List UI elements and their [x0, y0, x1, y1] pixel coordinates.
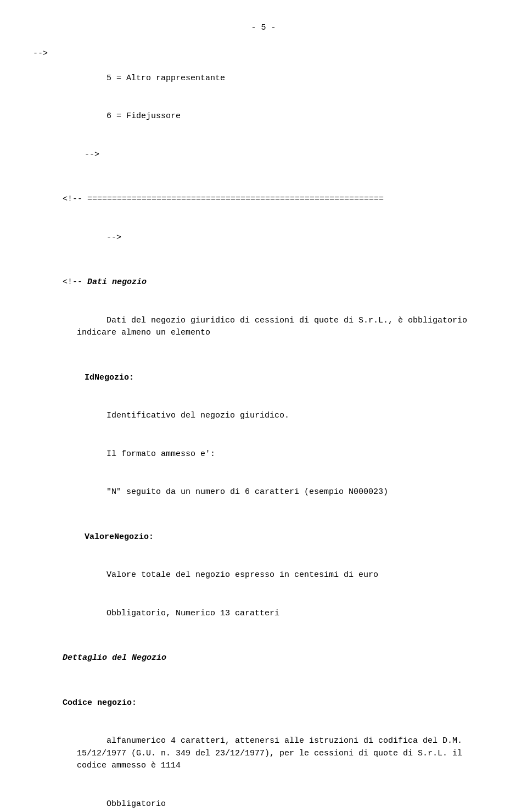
line-codice-desc: alfanumerico 4 caratteri, attenersi alle… [77, 723, 494, 785]
line-idnegozio-desc2: Il formato ammesso e': [77, 436, 494, 473]
line-valorenegozio-label: ValoreNegozio: [55, 519, 494, 556]
page-header: - 5 - [33, 22, 494, 35]
line-valorenegozio-desc1: Valore totale del negozio espresso in ce… [77, 557, 494, 594]
page-container: - 5 - --> 5 = Altro rappresentante 6 = F… [33, 22, 494, 812]
line-idnegozio-label: IdNegozio: [55, 359, 494, 397]
line-arrow-2: --> [77, 219, 494, 257]
dettaglio-bold-italic: Dettaglio del Negozio [63, 653, 166, 663]
line-separator-1: <!-- ===================================… [33, 181, 494, 219]
valorenegozio-bold: ValoreNegozio: [85, 532, 154, 542]
content-area: --> 5 = Altro rappresentante 6 = Fidejus… [33, 48, 494, 813]
line-arrow-1: --> [55, 136, 494, 174]
line-codice-label: Codice negozio: [33, 685, 494, 722]
line-dati-negozio-comment: <!-- Dati negozio [33, 264, 494, 302]
codice-bold: Codice negozio: [63, 698, 137, 708]
line-dettaglio-label: Dettaglio del Negozio [33, 640, 494, 677]
dati-negozio-label: Dati negozio [87, 277, 147, 287]
line-5-equals: 5 = Altro rappresentante [77, 60, 494, 97]
line-dati-desc: Dati del negozio giuridico di cessioni d… [77, 302, 494, 352]
line-idnegozio-desc1: Identificativo del negozio giuridico. [77, 398, 494, 435]
idnegozio-bold: IdNegozio: [85, 373, 134, 382]
line-obbligatorio: Obbligatorio [77, 786, 494, 812]
line-idnegozio-desc3: "N" seguito da un numero di 6 caratteri … [77, 474, 494, 511]
line-6-equals: 6 = Fidejussore [77, 98, 494, 136]
line-valorenegozio-desc2: Obbligatorio, Numerico 13 caratteri [77, 595, 494, 632]
